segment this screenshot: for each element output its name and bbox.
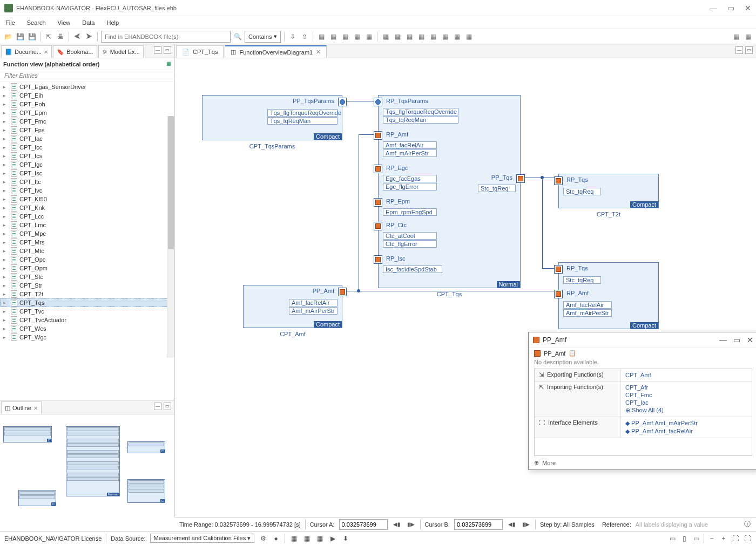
close-icon[interactable]: ✕ [44,49,48,55]
chevron-right-icon[interactable]: ▸ [3,283,9,288]
minimize-button[interactable]: — [710,4,717,12]
box-cpt-fmc[interactable]: RP_Tqs Stc_tqReq RP_Amf Amf_facRelAir Am… [558,262,659,329]
record-icon[interactable]: ⬇ [341,534,350,543]
tree-item-cpt_eoh[interactable]: ▸CPT_Eoh [0,100,174,108]
tree-item-cpt_knk[interactable]: ▸CPT_Knk [0,203,174,212]
tree-item-cpt_lmc[interactable]: ▸CPT_Lmc [0,221,174,229]
tree-item-cpt_igc[interactable]: ▸CPT_Igc [0,160,174,169]
perspective2-icon[interactable]: ▦ [743,32,753,42]
cursor-b-prev[interactable]: ◀▮ [507,521,517,527]
tree-item-cpt_isc[interactable]: ▸CPT_Isc [0,169,174,178]
chevron-right-icon[interactable]: ▸ [3,248,9,254]
minimize-view-icon[interactable]: — [735,46,743,54]
box-cpt-tqsparams[interactable]: PP_TqsParams Tqs_flgTorqueReqOverride Tq… [202,95,342,140]
tool6-icon[interactable]: ▦ [440,32,450,42]
scrollbar[interactable] [167,116,174,358]
popup-close-button[interactable]: ✕ [747,336,753,344]
chevron-right-icon[interactable]: ▸ [3,240,9,245]
chevron-right-icon[interactable]: ▸ [3,84,9,90]
grid1-icon[interactable]: ▦ [316,32,326,42]
tree-item-cpt_ki50[interactable]: ▸CPT_KI50 [0,195,174,203]
cursor-a-prev[interactable]: ◀▮ [392,521,402,527]
grid2-icon[interactable]: ▦ [328,32,338,42]
tree-item-cpt_wgc[interactable]: ▸CPT_Wgc [0,333,174,342]
tree-item-cpt_mtc[interactable]: ▸CPT_Mtc [0,247,174,255]
link-cpt-amf[interactable]: CPT_Amf [625,371,747,379]
link-cpt-iac[interactable]: CPT_Iac [625,399,747,406]
chevron-right-icon[interactable]: ▸ [3,257,9,262]
tool4-icon[interactable]: ▦ [416,32,426,42]
chevron-right-icon[interactable]: ▸ [3,188,9,193]
tree-item-cpt_mrs[interactable]: ▸CPT_Mrs [0,238,174,247]
tree-item-cpt_eih[interactable]: ▸CPT_Eih [0,91,174,100]
tree-item-cpt_fmc[interactable]: ▸CPT_Fmc [0,117,174,126]
chevron-right-icon[interactable]: ▸ [3,300,9,305]
gear-icon[interactable]: ⚙ [259,534,267,543]
chevron-right-icon[interactable]: ▸ [3,265,9,271]
diagram-canvas[interactable]: PP_TqsParams Tqs_flgTorqueReqOverride Tq… [175,58,756,517]
chevron-right-icon[interactable]: ▸ [3,326,9,331]
tool2-icon[interactable]: ▦ [393,32,402,42]
chevron-right-icon[interactable]: ▸ [3,231,9,236]
chevron-right-icon[interactable]: ▸ [3,119,9,124]
chevron-right-icon[interactable]: ▸ [3,196,9,202]
chevron-right-icon[interactable]: ▸ [3,214,9,219]
grid4-icon[interactable]: ▦ [352,32,362,42]
tab-bookmarks[interactable]: 🔖Bookma... [53,45,97,58]
chevron-right-icon[interactable]: ▸ [3,274,9,280]
layout2-icon[interactable]: ▯ [680,534,688,543]
tree-item-cpt_opm[interactable]: ▸CPT_Opm [0,264,174,272]
tree-item-cpt_fps[interactable]: ▸CPT_Fps [0,126,174,134]
maximize-button[interactable]: ▭ [727,4,734,12]
chevron-right-icon[interactable]: ▸ [3,136,9,141]
chart2-icon[interactable]: ▦ [302,534,311,543]
play-icon[interactable]: ▶ [328,534,337,543]
chevron-right-icon[interactable]: ▸ [3,309,9,314]
tab-model-explorer[interactable]: ⛭Model Ex... [98,45,144,58]
minimize-view-icon[interactable]: — [154,46,161,54]
tree-item-cpt_wcs[interactable]: ▸CPT_Wcs [0,324,174,333]
chevron-right-icon[interactable]: ▸ [3,127,9,133]
tool1-icon[interactable]: ▦ [381,32,390,42]
export-icon[interactable]: ⇱ [44,32,53,42]
tree-item-cpt_opc[interactable]: ▸CPT_Opc [0,255,174,264]
cloud-icon[interactable]: ● [272,534,280,543]
sort-icon[interactable]: ≣ [166,60,171,67]
close-icon[interactable]: ✕ [316,49,321,56]
copy-icon[interactable]: 📋 [569,350,576,357]
chevron-right-icon[interactable]: ▸ [3,171,9,176]
popup-more-button[interactable]: ⊕ More [529,456,756,469]
link-cpt-fmc[interactable]: CPT_Fmc [625,391,747,399]
chevron-right-icon[interactable]: ▸ [3,317,9,323]
link-iface-1[interactable]: ◆ PP_Amf.Amf_mAirPerStr [625,419,747,427]
grid3-icon[interactable]: ▦ [340,32,350,42]
maximize-view-icon[interactable]: ▭ [164,403,171,410]
maximize-view-icon[interactable]: ▭ [164,46,171,54]
search-mode-combo[interactable]: Contains▾ [245,31,281,43]
zoom-out-icon[interactable]: − [707,534,716,543]
chevron-right-icon[interactable]: ▸ [3,145,9,150]
save-all-icon[interactable]: 💾 [27,32,37,42]
cursor-a-next[interactable]: ▮▶ [406,521,416,527]
popup-maximize-button[interactable]: ▭ [733,336,740,344]
link-cpt-afr[interactable]: CPT_Afr [625,384,747,391]
chevron-right-icon[interactable]: ▸ [3,335,9,340]
menu-data[interactable]: Data [80,18,97,27]
chevron-right-icon[interactable]: ▸ [3,93,9,98]
perspective1-icon[interactable]: ▦ [731,32,741,42]
tab-documentation[interactable]: 📘Docume...✕ [1,45,52,58]
search-icon[interactable]: 🔍 [233,32,242,42]
back-icon[interactable]: ⮜ [72,32,82,42]
maximize-view-icon[interactable]: ▭ [745,46,753,54]
outline-canvas[interactable]: C Normal C C C [0,414,174,517]
tree-item-cpt_iac[interactable]: ▸CPT_Iac [0,134,174,143]
nav-up-icon[interactable]: ⇧ [300,32,309,42]
tree-item-cpt_ivc[interactable]: ▸CPT_Ivc [0,186,174,195]
tool3-icon[interactable]: ▦ [404,32,414,42]
close-icon[interactable]: ✕ [33,405,38,411]
search-input[interactable] [101,31,231,43]
tree-item-cpt_itc[interactable]: ▸CPT_Itc [0,178,174,186]
minimize-view-icon[interactable]: — [154,403,161,410]
chevron-right-icon[interactable]: ▸ [3,110,9,115]
tab-outline[interactable]: ◫Outline✕ [1,401,42,414]
